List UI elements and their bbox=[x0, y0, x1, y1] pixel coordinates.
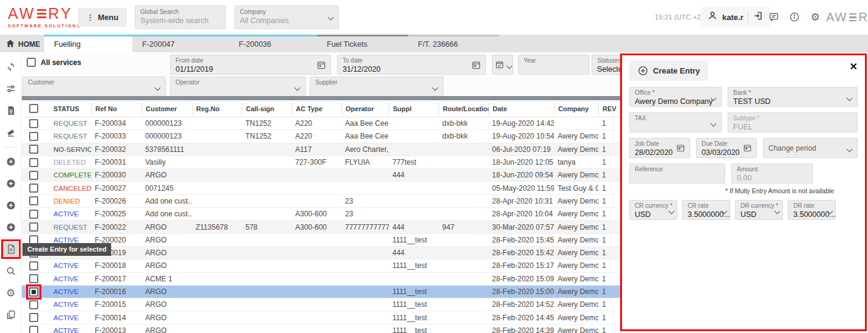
table-row[interactable]: ACTIVEF-200017ACME 128-Feb-2020 15:09Awe… bbox=[22, 273, 620, 286]
row-checkbox[interactable] bbox=[29, 274, 38, 283]
select-all-checkbox[interactable] bbox=[29, 104, 38, 113]
column-header[interactable]: STATUS bbox=[50, 103, 91, 114]
row-checkbox[interactable] bbox=[29, 158, 38, 167]
row-checkbox[interactable] bbox=[29, 184, 38, 193]
report-icon[interactable] bbox=[4, 103, 18, 118]
row-checkbox[interactable] bbox=[29, 326, 38, 333]
column-header[interactable]: Company bbox=[554, 103, 598, 114]
table-row[interactable]: ACTIVEF-200013ARGO1111__test28-Feb-2020 … bbox=[22, 324, 620, 333]
column-header[interactable]: Suppl bbox=[389, 103, 439, 114]
tune-icon[interactable] bbox=[4, 81, 18, 96]
table-row[interactable]: COMPLETEDF-200030ARGO44418-Jun-2020 09:5… bbox=[22, 169, 620, 182]
settings-icon[interactable]: ⚙ bbox=[809, 11, 821, 23]
column-header[interactable]: Route/Location bbox=[439, 103, 488, 114]
tab-f-200036[interactable]: F-200036 bbox=[229, 35, 317, 52]
from-date-field[interactable]: From date 01/11/2019 bbox=[170, 55, 331, 75]
tab-fuelling[interactable]: Fuelling bbox=[44, 35, 132, 52]
row-checkbox[interactable] bbox=[29, 145, 38, 154]
job-date-field[interactable]: Job Date 28/02/2020 bbox=[629, 138, 690, 158]
tax-select[interactable]: TAX bbox=[629, 112, 722, 132]
date-preset-picker[interactable] bbox=[492, 55, 513, 75]
table-top-scrollbar[interactable] bbox=[22, 96, 620, 100]
row-checkbox[interactable] bbox=[29, 300, 38, 309]
to-date-field[interactable]: To date 31/12/2020 bbox=[337, 55, 486, 75]
table-row[interactable]: ACTIVEF-200019ARGO44428-Feb-2020 15:42Aw… bbox=[22, 247, 620, 259]
add-icon[interactable] bbox=[4, 154, 18, 169]
column-header[interactable]: REV bbox=[598, 103, 620, 114]
eraser-icon[interactable] bbox=[4, 125, 18, 140]
table-row[interactable]: ACTIVEF-200020ARGO1111__test28-Feb-2020 … bbox=[22, 234, 620, 247]
customer-filter[interactable]: Customer bbox=[22, 77, 166, 97]
calendar-icon[interactable] bbox=[471, 60, 481, 72]
row-checkbox[interactable] bbox=[29, 196, 38, 205]
create-entry-button[interactable]: Create Entry bbox=[629, 61, 708, 81]
column-header[interactable]: Operator bbox=[341, 103, 389, 114]
info-icon[interactable] bbox=[788, 11, 801, 23]
operator-filter[interactable]: Operator bbox=[170, 77, 306, 97]
row-checkbox[interactable] bbox=[29, 261, 38, 270]
column-header[interactable]: Date bbox=[488, 103, 554, 114]
copy-icon[interactable] bbox=[4, 307, 18, 322]
close-icon[interactable]: ✕ bbox=[850, 62, 858, 72]
row-checkbox[interactable] bbox=[29, 287, 38, 297]
cr-currency-select[interactable]: CR currency * USD bbox=[629, 200, 677, 220]
due-date-field[interactable]: Due Date 03/03/2020 bbox=[696, 138, 757, 158]
dr-currency-select[interactable]: DR currency * USD bbox=[735, 200, 783, 220]
suppl-cell: 444 bbox=[389, 249, 439, 257]
row-checkbox[interactable] bbox=[29, 119, 38, 128]
table-row[interactable]: ACTIVEF-200015ARGO1111__test28-Feb-2020 … bbox=[22, 298, 620, 311]
row-checkbox[interactable] bbox=[29, 171, 38, 180]
tab-home[interactable]: HOME bbox=[0, 35, 44, 52]
create-entry-icon[interactable] bbox=[4, 242, 18, 256]
menu-button[interactable]: ⋮ Menu bbox=[78, 8, 127, 27]
column-header[interactable]: Reg.No bbox=[192, 103, 242, 114]
search-icon[interactable] bbox=[4, 264, 18, 278]
table-row[interactable]: ACTIVEF-200016ARGO1111__test28-Feb-2020 … bbox=[22, 286, 620, 298]
logout-icon[interactable] bbox=[753, 10, 764, 24]
column-header[interactable]: Ref No bbox=[91, 103, 142, 114]
tab-f-200047[interactable]: F-200047 bbox=[132, 35, 229, 52]
table-row[interactable]: ACTIVEF-200025Add one cust...A300-600232… bbox=[22, 208, 620, 221]
add-icon[interactable] bbox=[4, 198, 18, 213]
all-services-checkbox[interactable]: All services bbox=[27, 58, 81, 67]
row-checkbox[interactable] bbox=[29, 132, 38, 141]
table-row[interactable]: NO-SERVICEF-2000325378561111A117Aero Cha… bbox=[22, 143, 620, 156]
company-select[interactable]: Company All Companies bbox=[234, 5, 339, 29]
add-icon[interactable] bbox=[4, 176, 18, 191]
table-row[interactable]: DELETEDF-200031Vasiliy727-300FFLYUIA777t… bbox=[22, 156, 620, 169]
office-select[interactable]: Office * Awery Demo Company bbox=[629, 87, 722, 107]
settings-icon[interactable]: ⚙ bbox=[4, 286, 18, 300]
row-checkbox[interactable] bbox=[29, 210, 38, 219]
table-row[interactable]: DENIEDF-200026Add one cust...2328-Apr-20… bbox=[22, 195, 620, 208]
checkbox-icon[interactable] bbox=[27, 58, 36, 67]
table-row[interactable]: REQUESTF-200033000000123TN1252A220Aaa Be… bbox=[22, 130, 620, 143]
calendar-icon[interactable] bbox=[316, 60, 326, 72]
calendar-icon[interactable] bbox=[676, 143, 685, 155]
row-checkbox[interactable] bbox=[29, 222, 38, 232]
calendar-icon[interactable] bbox=[743, 143, 752, 155]
reference-field[interactable]: Reference bbox=[629, 163, 725, 184]
global-search-input[interactable]: Global Search System-wide search bbox=[135, 5, 226, 29]
table-row[interactable]: REQUESTF-200022ARGOZ1135678578A300-60077… bbox=[22, 221, 620, 233]
tab-fuel-tickets[interactable]: Fuel Tickets bbox=[317, 35, 408, 52]
year-field[interactable]: Year bbox=[518, 55, 589, 75]
column-header[interactable]: AC Type bbox=[292, 103, 341, 114]
add-icon[interactable] bbox=[4, 220, 18, 235]
feedback-icon[interactable] bbox=[768, 11, 780, 23]
supplier-filter[interactable]: Supplier bbox=[310, 77, 443, 97]
table-row[interactable]: REQUESTF-200034000000123TN1252A220Aaa Be… bbox=[22, 117, 620, 130]
table-row[interactable]: ACTIVEF-200014ARGO1111__test28-Feb-2020 … bbox=[22, 311, 620, 324]
bank-select[interactable]: Bank * TEST USD bbox=[728, 87, 858, 107]
user-box[interactable]: kate.r bbox=[701, 7, 770, 27]
row-checkbox[interactable] bbox=[29, 313, 38, 322]
change-period-select[interactable]: Change period bbox=[763, 138, 858, 158]
cr-rate-select[interactable]: CR rate 3.5000000... bbox=[682, 200, 730, 220]
column-header[interactable]: Customer bbox=[142, 103, 192, 114]
table-row[interactable]: CANCELEDF-200027007124505-May-2020 11:59… bbox=[22, 182, 620, 194]
amount-field[interactable]: Amount 0.00 bbox=[731, 163, 813, 184]
dr-rate-select[interactable]: DR rate 3.5000000... bbox=[788, 200, 836, 220]
column-header[interactable]: Call-sign bbox=[242, 103, 292, 114]
refresh-icon[interactable] bbox=[4, 60, 18, 74]
table-row[interactable]: ACTIVEF-200018ARGO1111__test28-Feb-2020 … bbox=[22, 259, 620, 272]
tab-ft-236666[interactable]: F/T. 236666 bbox=[408, 35, 499, 52]
